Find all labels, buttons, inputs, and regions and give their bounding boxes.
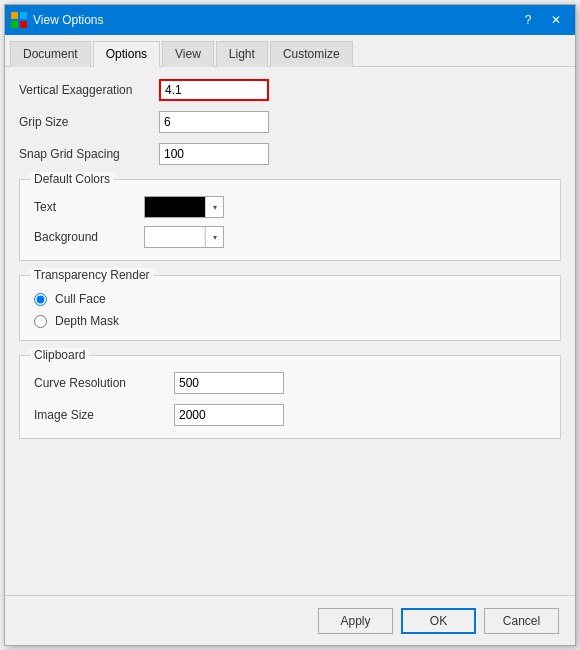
transparency-render-section: Transparency Render Cull Face Depth Mask: [19, 275, 561, 341]
bottom-bar: Apply OK Cancel: [5, 595, 575, 645]
cull-face-label[interactable]: Cull Face: [55, 292, 106, 306]
image-size-input[interactable]: [174, 404, 284, 426]
curve-resolution-row: Curve Resolution: [34, 372, 546, 394]
text-color-row: Text ▾: [34, 196, 546, 218]
vertical-exaggeration-row: Vertical Exaggeration: [19, 79, 561, 101]
image-size-row: Image Size: [34, 404, 546, 426]
clipboard-section: Clipboard Curve Resolution Image Size: [19, 355, 561, 439]
text-color-arrow: ▾: [205, 197, 223, 217]
grip-size-row: Grip Size: [19, 111, 561, 133]
default-colors-title: Default Colors: [30, 172, 114, 186]
background-color-row: Background ▾: [34, 226, 546, 248]
grip-size-label: Grip Size: [19, 115, 159, 129]
snap-grid-spacing-label: Snap Grid Spacing: [19, 147, 159, 161]
apply-button[interactable]: Apply: [318, 608, 393, 634]
cull-face-row: Cull Face: [34, 292, 546, 306]
tabs-bar: Document Options View Light Customize: [5, 35, 575, 67]
curve-resolution-label: Curve Resolution: [34, 376, 174, 390]
tab-customize[interactable]: Customize: [270, 41, 353, 67]
cancel-button[interactable]: Cancel: [484, 608, 559, 634]
transparency-render-title: Transparency Render: [30, 268, 154, 282]
app-icon: [11, 12, 27, 28]
svg-rect-0: [11, 12, 18, 19]
background-color-label: Background: [34, 230, 144, 244]
title-bar-controls: ? ✕: [515, 10, 569, 30]
depth-mask-row: Depth Mask: [34, 314, 546, 328]
close-button[interactable]: ✕: [543, 10, 569, 30]
background-color-swatch: [145, 227, 205, 247]
curve-resolution-input[interactable]: [174, 372, 284, 394]
content-area: Vertical Exaggeration Grip Size Snap Gri…: [5, 67, 575, 595]
ok-button[interactable]: OK: [401, 608, 476, 634]
window-title: View Options: [33, 13, 515, 27]
snap-grid-spacing-input[interactable]: [159, 143, 269, 165]
vertical-exaggeration-label: Vertical Exaggeration: [19, 83, 159, 97]
cull-face-radio[interactable]: [34, 293, 47, 306]
help-button[interactable]: ?: [515, 10, 541, 30]
depth-mask-radio[interactable]: [34, 315, 47, 328]
svg-rect-3: [20, 21, 27, 28]
svg-rect-1: [20, 12, 27, 19]
tab-document[interactable]: Document: [10, 41, 91, 67]
snap-grid-spacing-row: Snap Grid Spacing: [19, 143, 561, 165]
text-color-picker[interactable]: ▾: [144, 196, 224, 218]
depth-mask-label[interactable]: Depth Mask: [55, 314, 119, 328]
tab-light[interactable]: Light: [216, 41, 268, 67]
grip-size-input[interactable]: [159, 111, 269, 133]
svg-rect-2: [11, 21, 18, 28]
text-color-label: Text: [34, 200, 144, 214]
background-color-picker[interactable]: ▾: [144, 226, 224, 248]
vertical-exaggeration-input[interactable]: [159, 79, 269, 101]
image-size-label: Image Size: [34, 408, 174, 422]
title-bar: View Options ? ✕: [5, 5, 575, 35]
tab-view[interactable]: View: [162, 41, 214, 67]
background-color-arrow: ▾: [205, 227, 223, 247]
default-colors-section: Default Colors Text ▾ Background ▾: [19, 179, 561, 261]
text-color-swatch: [145, 197, 205, 217]
tab-options[interactable]: Options: [93, 41, 160, 67]
main-window: View Options ? ✕ Document Options View L…: [4, 4, 576, 646]
clipboard-title: Clipboard: [30, 348, 89, 362]
